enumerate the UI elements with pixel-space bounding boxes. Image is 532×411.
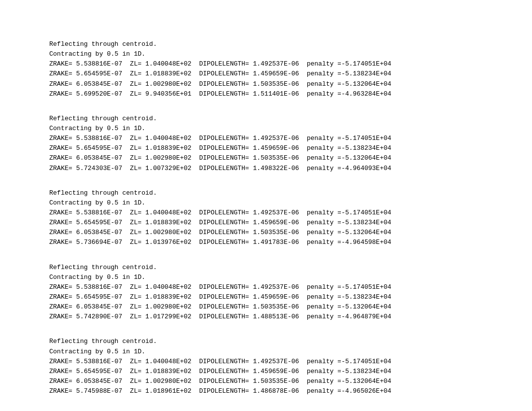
text-line: ZRAKE= 5.699520E-07 ZL= 9.940356E+01 DIP… xyxy=(49,89,483,99)
text-line: ZRAKE= 6.053845E-07 ZL= 1.002980E+02 DIP… xyxy=(49,153,483,163)
text-line: ZRAKE= 5.724303E-07 ZL= 1.007329E+02 DIP… xyxy=(49,164,483,173)
text-line: ZRAKE= 5.742890E-07 ZL= 1.017299E+02 DIP… xyxy=(49,312,483,322)
text-line: ZRAKE= 6.053845E-07 ZL= 1.002980E+02 DIP… xyxy=(49,377,483,386)
text-line: ZRAKE= 5.654595E-07 ZL= 1.018839E+02 DIP… xyxy=(49,218,483,228)
text-line: Reflecting through centroid. xyxy=(49,39,483,49)
text-block-5: Reflecting through centroid.Contracting … xyxy=(49,337,483,396)
text-line: ZRAKE= 5.736694E-07 ZL= 1.013976E+02 DIP… xyxy=(49,238,483,247)
text-line: Contracting by 0.5 in 1D. xyxy=(49,198,483,208)
page-content: Reflecting through centroid.Contracting … xyxy=(0,0,532,411)
text-line: ZRAKE= 6.053845E-07 ZL= 1.002980E+02 DIP… xyxy=(49,228,483,238)
text-line: Contracting by 0.5 in 1D. xyxy=(49,347,483,357)
text-line: Reflecting through centroid. xyxy=(49,337,483,346)
text-block-1: Reflecting through centroid.Contracting … xyxy=(49,39,483,99)
text-line: Contracting by 0.5 in 1D. xyxy=(49,49,483,59)
text-line: ZRAKE= 6.053845E-07 ZL= 1.002980E+02 DIP… xyxy=(49,79,483,89)
text-block-2: Reflecting through centroid.Contracting … xyxy=(49,114,483,173)
text-block-3: Reflecting through centroid.Contracting … xyxy=(49,188,483,248)
text-line: ZRAKE= 5.538816E-07 ZL= 1.040048E+02 DIP… xyxy=(49,208,483,218)
text-line: Reflecting through centroid. xyxy=(49,263,483,273)
text-line: ZRAKE= 5.654595E-07 ZL= 1.018839E+02 DIP… xyxy=(49,69,483,79)
text-line: ZRAKE= 5.538816E-07 ZL= 1.040048E+02 DIP… xyxy=(49,134,483,143)
text-line: ZRAKE= 5.538816E-07 ZL= 1.040048E+02 DIP… xyxy=(49,282,483,292)
text-line: ZRAKE= 6.053845E-07 ZL= 1.002980E+02 DIP… xyxy=(49,302,483,312)
text-line: ZRAKE= 5.745988E-07 ZL= 1.018961E+02 DIP… xyxy=(49,386,483,396)
text-line: Reflecting through centroid. xyxy=(49,188,483,198)
text-line: ZRAKE= 5.654595E-07 ZL= 1.018839E+02 DIP… xyxy=(49,367,483,377)
text-line: ZRAKE= 5.538816E-07 ZL= 1.040048E+02 DIP… xyxy=(49,59,483,69)
text-line: Reflecting through centroid. xyxy=(49,114,483,124)
blocks-container: Reflecting through centroid.Contracting … xyxy=(49,39,483,396)
text-block-4: Reflecting through centroid.Contracting … xyxy=(49,263,483,322)
text-line: ZRAKE= 5.538816E-07 ZL= 1.040048E+02 DIP… xyxy=(49,357,483,367)
text-line: ZRAKE= 5.654595E-07 ZL= 1.018839E+02 DIP… xyxy=(49,292,483,302)
text-line: ZRAKE= 5.654595E-07 ZL= 1.018839E+02 DIP… xyxy=(49,143,483,153)
text-line: Contracting by 0.5 in 1D. xyxy=(49,124,483,134)
text-line: Contracting by 0.5 in 1D. xyxy=(49,273,483,282)
